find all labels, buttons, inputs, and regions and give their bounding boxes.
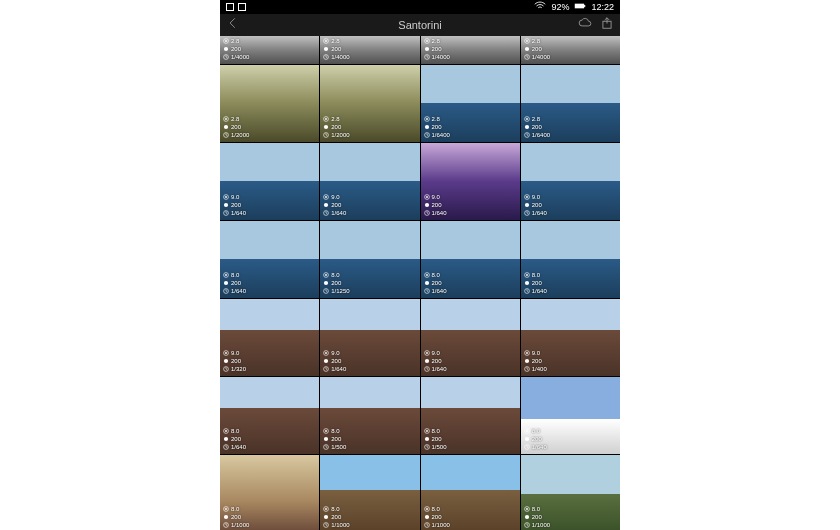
aperture-value: 8.0 [231, 427, 239, 435]
photo-thumbnail[interactable]: 8.02001/1000 [421, 455, 520, 530]
svg-point-5 [224, 47, 228, 51]
svg-point-105 [324, 515, 328, 519]
photo-thumbnail[interactable]: 2.82001/4000 [421, 36, 520, 64]
shutter-speed-value: 1/640 [432, 287, 447, 295]
photo-thumbnail[interactable]: 8.02001/1250 [320, 221, 419, 298]
photo-metadata: 8.02001/500 [323, 427, 346, 451]
svg-point-36 [225, 196, 227, 198]
shutter-speed-value: 1/4000 [432, 53, 450, 61]
photo-thumbnail[interactable]: 2.82001/6400 [421, 65, 520, 142]
back-button[interactable] [226, 16, 240, 34]
shutter-speed-value: 1/500 [432, 443, 447, 451]
photo-thumbnail[interactable]: 8.02001/640 [521, 377, 620, 454]
aperture-value: 8.0 [331, 271, 339, 279]
battery-icon [573, 0, 587, 15]
svg-point-32 [526, 118, 528, 120]
photo-thumbnail[interactable]: 8.02001/500 [421, 377, 520, 454]
svg-point-33 [525, 125, 529, 129]
iso-value: 200 [331, 279, 341, 287]
photo-thumbnail[interactable]: 2.82001/4000 [320, 36, 419, 64]
photo-metadata: 2.82001/6400 [424, 115, 450, 139]
iso-value: 200 [432, 201, 442, 209]
photo-thumbnail[interactable]: 2.82001/4000 [521, 36, 620, 64]
photo-metadata: 8.02001/1000 [323, 505, 349, 529]
shutter-speed-value: 1/640 [231, 443, 246, 451]
photo-thumbnail[interactable]: 8.02001/640 [220, 377, 319, 454]
photo-metadata: 8.02001/1000 [524, 505, 550, 529]
svg-point-68 [225, 352, 227, 354]
shutter-speed-value: 1/500 [331, 443, 346, 451]
photo-thumbnail[interactable]: 9.02001/640 [521, 143, 620, 220]
iso-value: 200 [331, 357, 341, 365]
cloud-upload-button[interactable] [578, 16, 592, 34]
share-button[interactable] [600, 16, 614, 34]
aperture-value: 2.8 [231, 115, 239, 123]
svg-point-100 [225, 508, 227, 510]
device-frame: 92% 12:22 Santorini 2.82001/40002.82001/… [220, 0, 620, 530]
aperture-value: 8.0 [231, 505, 239, 513]
photo-thumbnail[interactable]: 9.02001/640 [421, 143, 520, 220]
aperture-value: 8.0 [432, 427, 440, 435]
svg-point-80 [526, 352, 528, 354]
shutter-speed-value: 1/640 [432, 209, 447, 217]
photo-metadata: 2.82001/6400 [524, 115, 550, 139]
shutter-speed-value: 1/1000 [231, 521, 249, 529]
photo-thumbnail[interactable]: 2.82001/2000 [220, 65, 319, 142]
photo-thumbnail[interactable]: 9.02001/640 [320, 299, 419, 376]
photo-thumbnail[interactable]: 8.02001/640 [521, 221, 620, 298]
shutter-speed-value: 1/2000 [331, 131, 349, 139]
photo-thumbnail[interactable]: 9.02001/640 [220, 143, 319, 220]
shutter-speed-value: 1/640 [532, 209, 547, 217]
photo-metadata: 9.02001/640 [524, 193, 547, 217]
aperture-value: 2.8 [532, 115, 540, 123]
photo-thumbnail[interactable]: 8.02001/1000 [521, 455, 620, 530]
svg-point-13 [424, 47, 428, 51]
svg-rect-1 [585, 5, 586, 7]
svg-point-45 [424, 203, 428, 207]
iso-value: 200 [532, 201, 542, 209]
shutter-speed-value: 1/1000 [532, 521, 550, 529]
svg-point-41 [324, 203, 328, 207]
shutter-speed-value: 1/400 [532, 365, 547, 373]
svg-point-93 [424, 437, 428, 441]
svg-point-92 [426, 430, 428, 432]
svg-point-96 [526, 430, 528, 432]
iso-value: 200 [532, 279, 542, 287]
svg-point-104 [325, 508, 327, 510]
photo-grid[interactable]: 2.82001/40002.82001/40002.82001/40002.82… [220, 36, 620, 530]
svg-point-84 [225, 430, 227, 432]
aperture-value: 8.0 [231, 271, 239, 279]
svg-point-108 [426, 508, 428, 510]
svg-point-69 [224, 359, 228, 363]
photo-thumbnail[interactable]: 9.02001/320 [220, 299, 319, 376]
aperture-value: 9.0 [231, 349, 239, 357]
svg-point-29 [424, 125, 428, 129]
photo-thumbnail[interactable]: 8.02001/640 [220, 221, 319, 298]
aperture-value: 9.0 [432, 193, 440, 201]
iso-value: 200 [231, 357, 241, 365]
photo-thumbnail[interactable]: 8.02001/640 [421, 221, 520, 298]
aperture-value: 9.0 [432, 349, 440, 357]
svg-point-56 [325, 274, 327, 276]
photo-thumbnail[interactable]: 8.02001/500 [320, 377, 419, 454]
photo-thumbnail[interactable]: 2.82001/6400 [521, 65, 620, 142]
photo-metadata: 8.02001/1250 [323, 271, 349, 295]
notification-icon [238, 3, 246, 11]
photo-metadata: 2.82001/2000 [323, 115, 349, 139]
photo-thumbnail[interactable]: 8.02001/1000 [320, 455, 419, 530]
photo-thumbnail[interactable]: 9.02001/400 [521, 299, 620, 376]
iso-value: 200 [432, 45, 442, 53]
photo-metadata: 9.02001/640 [223, 193, 246, 217]
aperture-value: 8.0 [532, 505, 540, 513]
photo-metadata: 2.82001/4000 [424, 37, 450, 61]
photo-thumbnail[interactable]: 2.82001/4000 [220, 36, 319, 64]
shutter-speed-value: 1/640 [532, 443, 547, 451]
photo-thumbnail[interactable]: 9.02001/640 [421, 299, 520, 376]
photo-thumbnail[interactable]: 9.02001/640 [320, 143, 419, 220]
iso-value: 200 [432, 435, 442, 443]
svg-point-77 [424, 359, 428, 363]
svg-point-25 [324, 125, 328, 129]
photo-thumbnail[interactable]: 8.02001/1000 [220, 455, 319, 530]
svg-point-61 [424, 281, 428, 285]
photo-thumbnail[interactable]: 2.82001/2000 [320, 65, 419, 142]
